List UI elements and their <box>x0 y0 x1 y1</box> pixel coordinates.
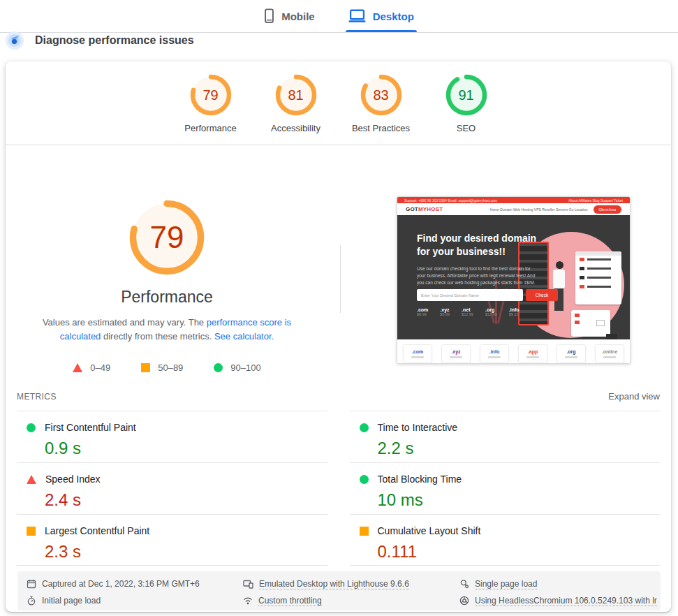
hero-server-list-window <box>575 251 621 305</box>
best-practices-gauge-label[interactable]: Best Practices <box>352 123 410 133</box>
tab-mobile-label: Mobile <box>281 10 315 22</box>
site-screenshot-thumbnail: Support: +880 96 303 0364 Email: support… <box>397 196 631 364</box>
best-practices-gauge[interactable]: 83 <box>360 74 402 116</box>
main-performance-gauge: 79 <box>128 198 206 277</box>
metric-status-icon <box>360 475 369 484</box>
performance-gauge-label[interactable]: Performance <box>184 123 236 133</box>
initial-page-load-item: Initial page load <box>27 592 243 609</box>
site-nav-links: Home Domain Web Hosting VPS Reseller Ser… <box>490 207 588 212</box>
site-tld-cards: .com .xyz .info .app .org .online <box>397 339 630 364</box>
metric-value: 0.9 s <box>45 439 327 458</box>
metric-name: Speed Index <box>45 474 101 485</box>
emulated-device-item: Emulated Desktop with Lighthouse 9.6.6 <box>243 575 459 592</box>
average-square-icon <box>141 363 150 372</box>
good-circle-icon <box>214 363 223 372</box>
poor-triangle-icon <box>73 363 82 372</box>
diagnose-radar-icon[interactable] <box>6 31 24 50</box>
calendar-icon <box>27 579 36 589</box>
metric-value: 2.3 s <box>45 542 327 562</box>
legend-good-range: 90–100 <box>230 362 260 373</box>
report-card: 79 Performance 81 Accessibility 83 Best … <box>6 61 671 612</box>
metric-name: Total Blocking Time <box>378 474 462 485</box>
seo-gauge[interactable]: 91 <box>445 74 487 116</box>
stopwatch-icon <box>27 596 36 606</box>
seo-gauge-label[interactable]: SEO <box>457 123 476 133</box>
metric-value: 10 ms <box>378 490 661 510</box>
metric-largest-contentful-paint: Largest Contentful Paint 2.3 s <box>17 514 327 566</box>
metrics-heading: METRICS <box>17 392 57 402</box>
site-topbar: Support: +880 96 303 0364 Email: support… <box>397 197 630 203</box>
disclaimer-text: Values are estimated and may vary. The <box>43 317 207 328</box>
best-practices-score: 83 <box>360 74 402 116</box>
tab-mobile[interactable]: Mobile <box>263 0 316 32</box>
site-logo: GOTMYHOST <box>406 206 443 212</box>
metric-name: Time to Interactive <box>378 422 458 433</box>
metric-status-icon <box>360 527 369 536</box>
device-tabbar: Mobile Desktop <box>0 0 678 33</box>
footer-column-2: Emulated Desktop with Lighthouse 9.6.6 C… <box>243 575 459 610</box>
metric-value: 2.4 s <box>45 490 327 510</box>
metric-status-icon <box>27 423 36 432</box>
tab-desktop-label: Desktop <box>373 10 414 22</box>
legend-poor-range: 0–49 <box>90 362 110 373</box>
score-legend: 0–49 50–89 90–100 <box>6 362 328 373</box>
category-performance: 79 Performance <box>170 74 251 133</box>
metric-time-to-interactive: Time to Interactive 2.2 s <box>350 411 661 462</box>
pagespeed-report: Mobile Desktop Diagnose performance issu… <box>0 0 678 616</box>
metric-value: 2.2 s <box>378 439 661 458</box>
mobile-phone-icon <box>264 8 274 24</box>
see-calculator-link[interactable]: See calculator. <box>214 331 274 342</box>
chrome-icon <box>459 596 469 606</box>
metric-total-blocking-time: Total Blocking Time 10 ms <box>350 462 661 514</box>
hero-heading: Find your desired domain for your busine… <box>417 232 536 258</box>
throttling-signal-icon <box>243 596 253 606</box>
metric-value: 0.111 <box>378 542 661 562</box>
site-client-area-button: Client Area <box>594 205 621 214</box>
single-page-load-text[interactable]: Single page load <box>475 579 537 589</box>
disclaimer-text2: directly from these metrics. <box>101 331 214 342</box>
expand-view-button[interactable]: Expand view <box>608 391 660 402</box>
metrics-header: METRICS Expand view <box>17 391 660 402</box>
metric-cumulative-layout-shift: Cumulative Layout Shift 0.111 <box>350 514 661 566</box>
main-performance-score: 79 <box>128 198 206 277</box>
chromium-version-text[interactable]: Using HeadlessChromium 106.0.5249.103 wi… <box>475 596 657 606</box>
legend-average-range: 50–89 <box>158 362 183 373</box>
domain-search-input: Enter Your Desired Domain Name <box>417 289 523 301</box>
footer-column-3: Single page load Using HeadlessChromium … <box>459 575 661 610</box>
site-topbar-links: About Affiliates Blog Support Ticket <box>568 198 623 203</box>
hero-diagram-window <box>571 310 610 337</box>
site-topbar-contact: Support: +880 96 303 0364 Email: support… <box>404 198 497 203</box>
custom-throttling-text[interactable]: Custom throttling <box>258 596 322 606</box>
footer-column-1: Captured at Dec 1, 2022, 3:16 PM GMT+6 I… <box>27 575 243 610</box>
category-accessibility: 81 Accessibility <box>256 74 337 133</box>
performance-gauge[interactable]: 79 <box>190 74 232 116</box>
accessibility-gauge-label[interactable]: Accessibility <box>271 123 320 133</box>
vertical-divider <box>340 245 341 313</box>
seo-score: 91 <box>445 74 487 116</box>
metric-status-icon <box>360 423 369 432</box>
category-best-practices: 83 Best Practices <box>341 74 422 133</box>
emulated-devices-icon <box>243 579 253 589</box>
legend-poor: 0–49 <box>73 362 110 373</box>
desktop-laptop-icon <box>348 9 366 23</box>
category-gauges: 79 Performance 81 Accessibility 83 Best … <box>6 74 671 133</box>
chromium-version-item: Using HeadlessChromium 106.0.5249.103 wi… <box>459 592 661 609</box>
metric-first-contentful-paint: First Contentful Paint 0.9 s <box>17 411 327 462</box>
hero-paragraph: Use our domain checking tool to find the… <box>417 265 535 286</box>
emulated-device-text[interactable]: Emulated Desktop with Lighthouse 9.6.6 <box>259 579 409 589</box>
page-load-icon <box>459 579 469 589</box>
category-seo: 91 SEO <box>426 74 507 133</box>
metric-name: Cumulative Layout Shift <box>378 525 481 536</box>
summary-title: Performance <box>6 288 328 307</box>
custom-throttling-item: Custom throttling <box>243 592 459 609</box>
performance-summary: 79 Performance Values are estimated and … <box>6 198 328 373</box>
metric-name: First Contentful Paint <box>45 422 136 433</box>
hero-person <box>553 261 568 311</box>
legend-average: 50–89 <box>141 362 183 373</box>
tab-desktop[interactable]: Desktop <box>347 0 415 32</box>
captured-at-item: Captured at Dec 1, 2022, 3:16 PM GMT+6 <box>27 575 243 592</box>
domain-check-button: Check <box>526 289 558 301</box>
single-page-load-item: Single page load <box>459 575 661 592</box>
accessibility-gauge[interactable]: 81 <box>275 74 317 116</box>
accessibility-score: 81 <box>275 74 317 116</box>
